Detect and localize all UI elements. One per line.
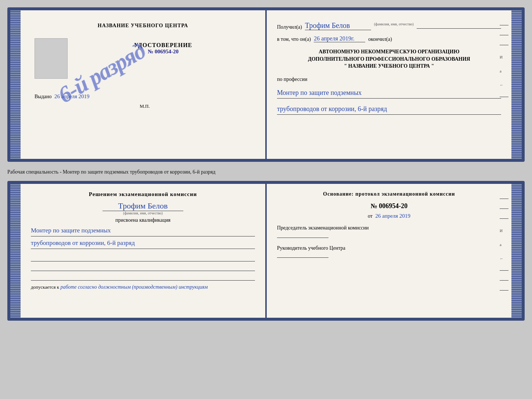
bottom-certificate: Решением экзаменационной комиссии Трофим…	[7, 181, 525, 321]
blank-line-3	[31, 272, 255, 281]
top-cert-left: НАЗВАНИЕ УЧЕБНОГО ЦЕНТРА УДОСТОВЕРЕНИЕ №…	[21, 10, 265, 159]
rukovoditel-sign-line	[277, 257, 328, 258]
fio-top: Трофим Белов	[305, 21, 371, 30]
profession-line2: трубопроводов от коррозии, 6-й разряд	[277, 104, 501, 115]
org-block: АВТОНОМНУЮ НЕКОММЕРЧЕСКУЮ ОРГАНИЗАЦИЮ ДО…	[277, 48, 501, 69]
vydano-date: 26 апреля 2019	[54, 93, 90, 99]
vtom-label: в том, что он(а)	[277, 36, 311, 42]
edge-dash-2	[500, 35, 508, 35]
fio-sub-top: (фамилия, имя, отчество)	[374, 22, 414, 26]
org-line2: ДОПОЛНИТЕЛЬНОГО ПРОФЕССИОНАЛЬНОГО ОБРАЗО…	[308, 56, 470, 62]
okonchil-label: окончил(а)	[368, 36, 392, 42]
dopuskaetsya-value: работе согласно должностным (производств…	[60, 284, 208, 290]
edge-dash-b1	[500, 199, 508, 199]
org-line1: АВТОНОМНУЮ НЕКОММЕРЧЕСКУЮ ОРГАНИЗАЦИЮ ДО…	[277, 48, 501, 63]
udostoverenie-title: УДОСТОВЕРЕНИЕ	[134, 42, 193, 49]
edge-dash-b3	[500, 218, 508, 219]
osnovanie-title: Основание: протокол экзаменационной коми…	[277, 191, 501, 197]
dopuskaetsya-block: допускается к работе согласно должностны…	[31, 284, 255, 290]
edge-mark-a: а	[500, 69, 508, 73]
edge-dash-3	[500, 45, 508, 45]
fio-sub-bottom: (фамилия, имя, отчество)	[31, 211, 255, 215]
edge-mark-i-b: И	[500, 228, 508, 233]
bottom-lines	[31, 253, 255, 281]
vydano-label: Выдано	[35, 94, 52, 99]
blank-line-2	[31, 263, 255, 271]
predsedatel-block: Председатель экзаменационной комиссии	[277, 224, 501, 238]
edge-dash-b2	[500, 209, 508, 209]
ot-label: от	[368, 213, 373, 219]
date-top: 26 апреля 2019г.	[314, 35, 365, 42]
edge-mark-a-b: а	[500, 242, 508, 247]
dopuskaetsya-label: допускается к	[31, 284, 59, 290]
photo-placeholder	[35, 38, 68, 79]
left-texture	[10, 10, 21, 159]
poluchil-label: Получил(а)	[277, 24, 302, 30]
school-name-top: НАЗВАНИЕ УЧЕБНОГО ЦЕНТРА	[98, 23, 188, 29]
fio-handwritten-block: Трофим Белов (фамилия, имя, отчество)	[31, 201, 255, 215]
edge-dash-b4	[500, 270, 508, 271]
fio-bottom: Трофим Белов	[103, 201, 183, 211]
blank-line-1	[31, 253, 255, 261]
edge-dash-1	[500, 25, 508, 25]
mp-block: М.П.	[136, 103, 150, 109]
edge-mark-i: И	[500, 55, 508, 59]
right-edge-marks-bottom: И а ←	[500, 199, 508, 291]
prisvoena-label: присвоена квалификация	[31, 217, 255, 223]
org-name: " НАЗВАНИЕ УЧЕБНОГО ЦЕНТРА "	[277, 63, 501, 69]
dash-after-fio	[417, 28, 501, 29]
edge-mark-arrow: ←	[500, 83, 508, 87]
page-wrapper: НАЗВАНИЕ УЧЕБНОГО ЦЕНТРА УДОСТОВЕРЕНИЕ №…	[7, 7, 525, 321]
qualification-line2: трубопроводов от коррозии, 6-й разряд	[31, 238, 255, 249]
edge-dash-b6	[500, 290, 508, 291]
right-texture-bottom	[511, 184, 522, 318]
vydano-block: Выдано 26 апреля 2019	[31, 93, 255, 100]
rukovoditel-title: Руководитель учебного Центра	[277, 245, 501, 252]
vtom-line: в том, что он(а) 26 апреля 2019г. окончи…	[277, 35, 501, 42]
profession-line1: Монтер по защите подземных	[277, 88, 501, 99]
po-professii-label: по профессии	[277, 76, 501, 82]
resheniem-title: Решением экзаменационной комиссии	[31, 191, 255, 197]
udostoverenie-number: № 006954-20	[134, 49, 193, 55]
right-texture-top	[511, 10, 522, 159]
left-texture-bottom	[10, 184, 21, 318]
qualification-line1: Монтер по защите подземных	[31, 225, 255, 236]
top-cert-right: Получил(а) Трофим Белов (фамилия, имя, о…	[267, 10, 511, 159]
predsedatel-title: Председатель экзаменационной комиссии	[277, 224, 501, 232]
ot-date: 26 апреля 2019	[375, 213, 410, 219]
protocol-number: № 006954-20	[277, 202, 501, 210]
poluchil-line: Получил(а) Трофим Белов (фамилия, имя, о…	[277, 21, 501, 30]
edge-dash-4	[500, 97, 508, 97]
middle-text: Рабочая специальность - Монтер по защите…	[7, 166, 525, 177]
top-certificate: НАЗВАНИЕ УЧЕБНОГО ЦЕНТРА УДОСТОВЕРЕНИЕ №…	[7, 7, 525, 162]
predsedatel-sign-line	[277, 238, 328, 238]
bottom-cert-right: Основание: протокол экзаменационной коми…	[267, 184, 511, 318]
right-edge-marks: И а ←	[500, 25, 508, 97]
udostoverenie-block: УДОСТОВЕРЕНИЕ № 006954-20	[134, 42, 193, 55]
bottom-cert-left: Решением экзаменационной комиссии Трофим…	[21, 184, 265, 318]
ot-date-block: от 26 апреля 2019	[277, 213, 501, 219]
edge-mark-arrow-b: ←	[500, 256, 508, 261]
edge-dash-b5	[500, 280, 508, 281]
